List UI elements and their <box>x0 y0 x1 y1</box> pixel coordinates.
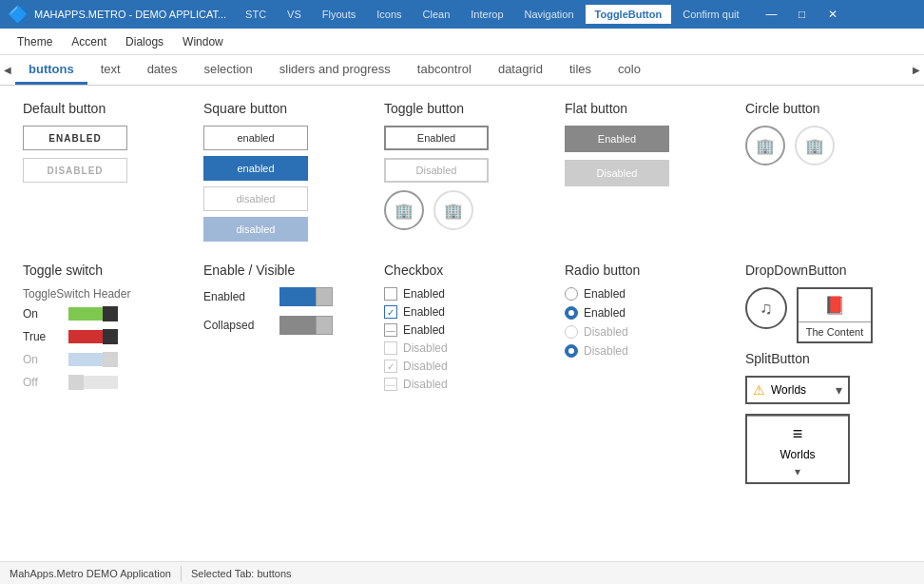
minimize-button[interactable]: — <box>757 0 787 29</box>
tab-dates[interactable]: dates <box>134 56 191 85</box>
menu-dialogs[interactable]: Dialogs <box>116 31 173 52</box>
maximize-button[interactable]: □ <box>787 0 818 29</box>
tab-scroll-left[interactable]: ◀ <box>0 55 15 86</box>
cb-2[interactable]: — <box>384 323 397 337</box>
dropdown-title: DropDownButton <box>745 263 892 278</box>
flat-button-section: Flat button Enabled Disabled <box>557 97 738 251</box>
row1-grid: Default button ENABLED DISABLED Square b… <box>15 97 909 251</box>
tab-colo[interactable]: colo <box>605 56 654 85</box>
rb-3 <box>565 344 578 358</box>
dropdown-section: DropDownButton ♫ 📕 The Content <box>745 263 892 343</box>
menu-accent[interactable]: Accent <box>62 31 116 52</box>
enable-visible-title: Enable / Visible <box>203 263 369 278</box>
cb-4: ✓ <box>384 360 397 373</box>
toggle-switch-on-green[interactable] <box>68 306 121 321</box>
dropdown-content-button[interactable]: 📕 The Content <box>797 287 873 343</box>
square-enabled-btn1[interactable]: enabled <box>203 126 308 150</box>
dropdown-content-icon: 📕 <box>799 289 871 322</box>
cb-1[interactable]: ✓ <box>384 305 397 319</box>
square-button-section: Square button enabled enabled disabled d… <box>196 97 376 251</box>
rb-label-0: Enabled <box>584 287 626 301</box>
split-button-worlds-2[interactable]: ≡ Worlds ▾ <box>745 414 850 484</box>
cb-row-2: — Enabled <box>384 323 549 337</box>
toggle-enabled-button[interactable]: Enabled <box>384 126 489 150</box>
rb-2 <box>565 325 578 339</box>
rb-label-1: Enabled <box>584 306 626 320</box>
checkbox-title: Checkbox <box>384 263 549 278</box>
circle-button-1[interactable]: 🏢 <box>745 126 785 165</box>
tab-buttons[interactable]: buttons <box>15 56 87 85</box>
flat-disabled-button: Disabled <box>565 160 669 186</box>
rb-label-3: Disabled <box>584 344 628 358</box>
cb-row-3: Disabled <box>384 341 549 355</box>
split-arrow-icon[interactable]: ▾ <box>836 382 842 398</box>
default-disabled-button: DISABLED <box>23 158 127 183</box>
status-right: Selected Tab: buttons <box>182 568 301 579</box>
titlebar: 🔷 MAHAPPS.METRO - DEMO APPLICAT... STC V… <box>0 0 924 29</box>
circle-button-2: 🏢 <box>795 126 835 165</box>
flat-enabled-button[interactable]: Enabled <box>565 126 669 152</box>
square-enabled-btn2[interactable]: enabled <box>203 156 308 181</box>
nav-tab-confirm-quit[interactable]: Confirm quit <box>673 5 748 24</box>
toggle-icon-row: 🏢 🏢 <box>384 190 549 230</box>
split-dropdown-arrow[interactable]: ▾ <box>795 465 800 478</box>
dropdown-music-button[interactable]: ♫ <box>745 287 787 329</box>
nav-tab-navigation[interactable]: Navigation <box>515 5 584 24</box>
rb-row-3: Disabled <box>565 344 730 358</box>
cb-0[interactable] <box>384 287 397 301</box>
nav-tab-vs[interactable]: VS <box>278 5 311 24</box>
cb-label-5: Disabled <box>403 378 448 391</box>
ev-enabled-row: Enabled <box>203 287 369 306</box>
toggle-button-title: Toggle button <box>384 101 549 116</box>
rb-0[interactable] <box>565 287 578 301</box>
cb-row-5: — Disabled <box>384 378 549 391</box>
toggle-icon-button-1[interactable]: 🏢 <box>384 190 424 230</box>
splitbutton-title: SplitButton <box>745 351 892 366</box>
nav-tab-flyouts[interactable]: Flyouts <box>313 5 365 24</box>
warning-icon: ⚠ <box>753 382 765 398</box>
nav-tab-icons[interactable]: Icons <box>367 5 411 24</box>
cb-row-0: Enabled <box>384 287 549 301</box>
rb-row-1: Enabled <box>565 306 730 320</box>
split-label-2: Worlds <box>780 448 815 461</box>
ev-enabled-toggle[interactable] <box>279 287 333 306</box>
rb-1[interactable] <box>565 306 578 320</box>
toggle-switch-true-red[interactable] <box>68 329 121 344</box>
default-enabled-button[interactable]: ENABLED <box>23 126 127 150</box>
close-button[interactable]: ✕ <box>818 0 848 29</box>
menu-theme[interactable]: Theme <box>8 31 62 52</box>
toggle-switch-section: Toggle switch ToggleSwitch Header On Tru… <box>15 259 196 497</box>
nav-tab-interop[interactable]: Interop <box>461 5 512 24</box>
circle-button-title: Circle button <box>745 101 892 116</box>
cb-label-3: Disabled <box>403 341 448 355</box>
statusbar: MahApps.Metro DEMO Application Selected … <box>0 561 924 584</box>
splitbutton-section: SplitButton ⚠ Worlds ▾ ≡ Worlds ▾ <box>745 351 892 494</box>
nav-tab-togglebutton[interactable]: ToggleButton <box>586 5 672 24</box>
tab-selection[interactable]: selection <box>190 56 265 85</box>
menu-window[interactable]: Window <box>173 31 233 52</box>
circle-button-row: 🏢 🏢 <box>745 126 892 165</box>
cb-label-0: Enabled <box>403 287 445 301</box>
window-title: MAHAPPS.METRO - DEMO APPLICAT... <box>34 9 226 20</box>
enable-visible-section: Enable / Visible Enabled Collapsed <box>196 259 376 497</box>
split-button-top-1[interactable]: ⚠ Worlds ▾ <box>747 378 848 402</box>
cb-5: — <box>384 378 397 391</box>
default-button-title: Default button <box>23 101 188 116</box>
toggle-disabled-button: Disabled <box>384 158 489 183</box>
tab-scroll-right[interactable]: ▶ <box>909 55 924 86</box>
nav-tab-clean[interactable]: Clean <box>414 5 460 24</box>
tab-tabcontrol[interactable]: tabcontrol <box>404 56 485 85</box>
tab-text[interactable]: text <box>87 56 134 85</box>
tab-tiles[interactable]: tiles <box>556 56 605 85</box>
rb-row-2: Disabled <box>565 325 730 339</box>
dropdown-content-label: The Content <box>799 322 871 341</box>
ev-collapsed-toggle[interactable] <box>279 316 333 335</box>
square-button-title: Square button <box>203 101 369 116</box>
toggle-row-on-green: On <box>23 306 188 321</box>
nav-tab-stc[interactable]: STC <box>236 5 276 24</box>
split-button-worlds-1[interactable]: ⚠ Worlds ▾ <box>745 376 850 404</box>
tab-sliders[interactable]: sliders and progress <box>266 56 404 85</box>
dropdown-splitbutton-col: DropDownButton ♫ 📕 The Content SplitButt… <box>738 259 899 497</box>
tab-datagrid[interactable]: datagrid <box>485 56 556 85</box>
toggle-switch-on-blue <box>68 352 121 367</box>
